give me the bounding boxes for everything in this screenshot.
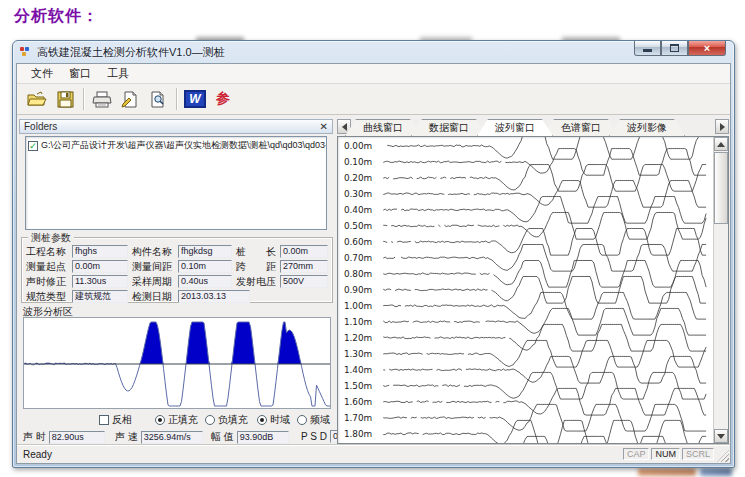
svg-text:0.70m: 0.70m [344,253,372,263]
sound-speed-field[interactable]: 3256.94m/s [141,431,203,444]
svg-text:1.70m: 1.70m [344,413,372,423]
time-domain-radio[interactable]: 时域 [257,413,290,427]
sound-time-field[interactable]: 82.90us [49,431,105,444]
measure-spacing-field[interactable]: 0.10m [178,260,232,273]
export-word-button[interactable]: W [181,87,209,112]
fill-negative-label: 负填充 [218,413,248,427]
open-file-button[interactable] [23,87,51,112]
print-setup-button[interactable] [116,87,144,112]
fill-positive-label: 正填充 [168,413,198,427]
title-bar[interactable]: 高铁建混凝土检测分析软件V1.0—测桩 × [13,41,734,63]
menu-tools[interactable]: 工具 [99,64,137,83]
scroll-down-button[interactable] [714,429,728,443]
page-title: 分析软件： [14,6,99,27]
tab-scroll-right-button[interactable] [715,119,729,134]
invert-checkbox[interactable]: 反相 [99,413,132,427]
svg-text:0.10m: 0.10m [344,157,372,167]
word-icon: W [184,90,205,108]
amplitude-field[interactable]: 93.90dB [237,431,289,444]
background-artifact [638,468,696,476]
svg-text:1.50m: 1.50m [344,381,372,391]
maximize-button[interactable] [661,41,688,56]
print-button[interactable] [88,87,116,112]
wave-train-view[interactable]: 0.00m0.10m0.20m0.30m0.40m0.50m0.60m0.70m… [337,136,729,444]
background-artifact [700,468,732,476]
close-button[interactable]: × [688,41,726,56]
floppy-disk-icon [57,91,74,108]
sample-period-field[interactable]: 0.40us [178,275,232,288]
print-preview-button[interactable] [144,87,172,112]
tab-spectrum-window[interactable]: 色谱窗口 [543,119,619,136]
arrow-up-icon [717,142,725,147]
save-button[interactable] [51,87,79,112]
tab-wavetrain-window[interactable]: 波列窗口 [477,119,553,136]
tab-data-window[interactable]: 数据窗口 [411,119,487,136]
folders-close-icon[interactable]: ✕ [320,121,328,132]
toolbar: W 参 [17,84,730,115]
arrow-left-icon [342,123,347,131]
amplitude-label: 幅 值 [211,430,234,444]
scrollbar-thumb[interactable] [714,152,728,224]
inspect-date-field[interactable]: 2013.03.13 [178,290,250,303]
svg-text:1.20m: 1.20m [344,333,372,343]
svg-text:0.40m: 0.40m [344,205,372,215]
amplitude-readout: 幅 值 93.90dB [211,430,289,444]
printer-icon [92,91,112,108]
toolbar-separator [83,88,84,110]
svg-text:0.90m: 0.90m [344,285,372,295]
freq-domain-radio-dot[interactable] [297,415,307,425]
component-name-field[interactable]: fhgkdsg [178,245,232,258]
folders-panel-header[interactable]: Folders ✕ [19,119,333,134]
num-lock-indicator: NUM [651,448,680,460]
fill-positive-radio[interactable]: 正填充 [155,413,198,427]
minimize-icon [643,49,652,52]
client-area: Folders ✕ ✓ G:\公司产品设计开发\超声仪器\超声仪实地检测数据\测… [17,115,730,445]
open-folder-icon [27,91,47,107]
folder-checkbox[interactable]: ✓ [28,141,38,151]
svg-text:0.30m: 0.30m [344,189,372,199]
voltage-field[interactable]: 500V [280,275,328,288]
svg-text:0.20m: 0.20m [344,173,372,183]
menu-window[interactable]: 窗口 [61,64,99,83]
param-label: 规范类型 [26,290,72,304]
freq-domain-radio[interactable]: 频域 [297,413,330,427]
tab-curve-window[interactable]: 曲线窗口 [345,119,421,136]
vertical-scrollbar[interactable] [713,137,728,443]
resize-grip[interactable] [717,450,729,462]
param-label: 发射电压 [236,275,280,289]
tab-wavetrain-image[interactable]: 波列影像 [609,119,685,136]
svg-text:1.00m: 1.00m [344,301,372,311]
window-title: 高铁建混凝土检测分析软件V1.0—测桩 [37,45,225,60]
minimize-button[interactable] [634,41,661,56]
wave-analysis-plot[interactable] [23,317,331,409]
time-correction-field[interactable]: 11.30us [72,275,128,288]
param-label: 测量间距 [132,260,178,274]
svg-text:0.80m: 0.80m [344,269,372,279]
window-body: 文件 窗口 工具 [16,63,731,464]
param-label: 检测日期 [132,290,178,304]
pile-length-field[interactable]: 0.00m [280,245,328,258]
invert-checkbox-box[interactable] [99,415,109,425]
folders-list[interactable]: ✓ G:\公司产品设计开发\超声仪器\超声仪实地检测数据\测桩\qd\qd03\… [25,136,327,230]
folder-list-item[interactable]: ✓ G:\公司产品设计开发\超声仪器\超声仪实地检测数据\测桩\qd\qd03\… [26,137,326,154]
page-magnifier-icon [149,91,167,108]
svg-text:1.10m: 1.10m [344,317,372,327]
fill-negative-radio-dot[interactable] [205,415,215,425]
app-window: 高铁建混凝土检测分析软件V1.0—测桩 × 文件 窗口 工具 [12,40,735,468]
project-name-field[interactable]: fhghs [72,245,128,258]
span-distance-field[interactable]: 270mm [280,260,328,273]
scroll-up-button[interactable] [714,137,728,151]
wave-train-canvas[interactable]: 0.00m0.10m0.20m0.30m0.40m0.50m0.60m0.70m… [338,137,713,443]
status-bar: Ready CAP NUM SCRL [17,445,730,463]
fill-negative-radio[interactable]: 负填充 [205,413,248,427]
sound-speed-label: 声 速 [115,430,138,444]
parameters-button[interactable]: 参 [209,87,237,112]
pile-params-group: 测桩参数 工程名称 fhghs 构件名称 fhgkdsg 桩 长 0.00m 测… [21,237,333,303]
time-domain-radio-dot[interactable] [257,415,267,425]
param-label: 桩 长 [236,245,280,259]
menu-file[interactable]: 文件 [23,64,61,83]
standard-type-field[interactable]: 建筑规范 [72,290,128,303]
svg-text:1.40m: 1.40m [344,365,372,375]
measure-start-field[interactable]: 0.00m [72,260,128,273]
fill-positive-radio-dot[interactable] [155,415,165,425]
